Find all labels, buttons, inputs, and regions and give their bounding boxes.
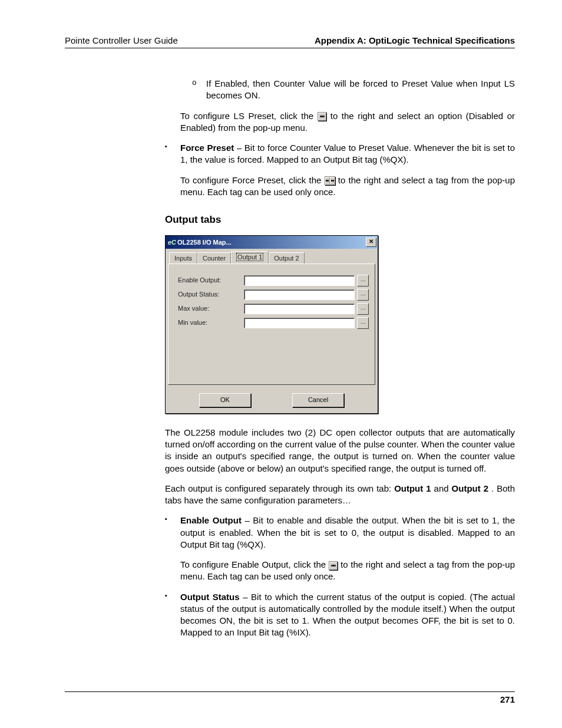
page-footer: 271 [65, 691, 515, 704]
label: Max value: [178, 304, 244, 313]
para-output-tabs-intro: Each output is configured separately thr… [165, 483, 515, 507]
double-ellipsis-button-icon: •••• [325, 176, 335, 185]
ellipsis-button[interactable]: … [357, 303, 369, 315]
close-button[interactable]: ✕ [366, 238, 376, 247]
ls-preset-config: To configure LS Preset, click the ••• to… [165, 110, 515, 134]
text: To configure Force Preset, click the [180, 175, 325, 185]
page-header: Pointe Controller User Guide Appendix A:… [65, 35, 515, 48]
header-left: Pointe Controller User Guide [65, 35, 178, 45]
ellipsis-button-icon: ••• [329, 561, 338, 570]
sub-bullet-enabled: If Enabled, then Counter Value will be f… [165, 78, 515, 102]
dialog-titlebar: eC OL2258 I/O Map... ✕ [166, 236, 378, 249]
dialog-buttons: OK Cancel [166, 388, 378, 413]
tab-output2[interactable]: Output 2 [269, 252, 304, 264]
io-map-dialog: eC OL2258 I/O Map... ✕ Inputs Counter Ou… [165, 235, 378, 414]
tab-label: Counter [203, 255, 226, 262]
label: Enable Output: [178, 276, 244, 285]
field-max-value: Max value: … [178, 303, 369, 315]
dialog-tabstrip: Inputs Counter Output 1 Output 2 [166, 249, 378, 263]
label: Min value: [178, 318, 244, 327]
cancel-button[interactable]: Cancel [292, 393, 344, 407]
text: To configure LS Preset, click the [180, 111, 318, 121]
label: Output Status: [178, 290, 244, 299]
output-status-input[interactable] [244, 289, 355, 300]
ellipsis-button[interactable]: … [357, 275, 369, 286]
bullet-output-status: Output Status – Bit to which the current… [165, 591, 515, 639]
ok-button[interactable]: OK [199, 393, 251, 407]
header-right: Appendix A: OptiLogic Technical Specific… [315, 35, 515, 45]
tab-output1[interactable]: Output 1 [231, 251, 269, 263]
text: and [434, 483, 452, 493]
force-preset-config: To configure Force Preset, click the •••… [165, 174, 515, 199]
label: Force Preset [180, 143, 234, 153]
ellipsis-button[interactable]: … [357, 289, 369, 301]
text-bold: Output 2 [452, 483, 488, 493]
dialog-screenshot: eC OL2258 I/O Map... ✕ Inputs Counter Ou… [165, 235, 515, 414]
para-ol2258-intro: The OL2258 module includes two (2) DC op… [165, 427, 515, 475]
text: To configure Enable Output, click the [180, 559, 329, 569]
enable-output-input[interactable] [244, 275, 355, 286]
tab-inputs[interactable]: Inputs [169, 252, 197, 264]
label: Output Status [180, 592, 240, 602]
label: Enable Output [180, 515, 242, 525]
heading-output-tabs: Output tabs [165, 213, 515, 227]
field-min-value: Min value: … [178, 317, 369, 329]
ellipsis-button[interactable]: … [357, 317, 369, 329]
dialog-panel: Enable Output: … Output Status: … Max va… [168, 263, 375, 385]
dialog-title: OL2258 I/O Map... [177, 238, 232, 247]
min-value-input[interactable] [244, 318, 355, 328]
field-output-status: Output Status: … [178, 289, 369, 301]
bullet-enable-output: Enable Output – Bit to enable and disabl… [165, 515, 515, 551]
text-bold: Output 1 [394, 483, 431, 493]
tab-label: Output 1 [236, 253, 263, 261]
tab-label: Inputs [174, 255, 192, 262]
page-number: 271 [500, 694, 515, 704]
dialog-logo-icon: eC [168, 238, 176, 247]
max-value-input[interactable] [244, 304, 355, 314]
enable-output-config: To configure Enable Output, click the ••… [165, 559, 515, 583]
ellipsis-button-icon: ••• [318, 112, 327, 121]
tab-counter[interactable]: Counter [197, 252, 231, 264]
text: Each output is configured separately thr… [165, 483, 394, 493]
bullet-force-preset: Force Preset – Bit to force Counter Valu… [165, 142, 515, 166]
tab-label: Output 2 [274, 255, 299, 262]
field-enable-output: Enable Output: … [178, 275, 369, 286]
